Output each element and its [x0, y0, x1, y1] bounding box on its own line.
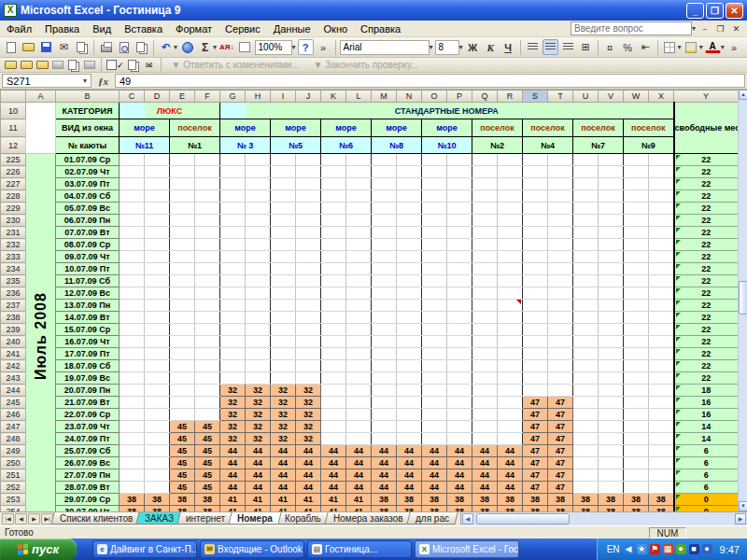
grid-cell[interactable] [220, 300, 246, 312]
column-header-D[interactable]: D [145, 91, 170, 103]
grid-cell[interactable] [573, 385, 599, 397]
percent-style-icon[interactable]: % [620, 39, 636, 55]
booking-cell[interactable]: 38 [145, 494, 170, 506]
column-header-L[interactable]: L [346, 91, 372, 103]
grid-cell[interactable] [422, 300, 447, 312]
minimize-button[interactable]: _ [686, 3, 704, 19]
grid-cell[interactable] [321, 409, 346, 421]
grid-cell[interactable] [599, 263, 624, 275]
grid-cell[interactable] [246, 178, 271, 190]
grid-cell[interactable] [447, 312, 472, 324]
grid-cell[interactable] [397, 190, 422, 203]
grid-cell[interactable] [649, 190, 674, 203]
grid-cell[interactable] [498, 312, 523, 324]
date-cell-228[interactable]: 04.07.09 Сб [56, 190, 120, 203]
free-places-cell[interactable]: 6 [674, 469, 739, 482]
booking-cell[interactable]: 32 [271, 433, 296, 445]
grid-cell[interactable] [649, 178, 674, 190]
grid-cell[interactable] [397, 324, 422, 336]
grid-cell[interactable] [195, 215, 220, 227]
booking-cell[interactable]: 47 [523, 445, 548, 457]
booking-cell[interactable]: 45 [195, 482, 220, 494]
grid-cell[interactable] [599, 324, 624, 336]
booking-cell[interactable]: 45 [170, 445, 195, 457]
grid-cell[interactable] [422, 239, 447, 251]
grid-cell[interactable] [220, 336, 246, 348]
grid-cell[interactable] [372, 312, 397, 324]
booking-cell[interactable]: 44 [397, 445, 422, 457]
grid-cell[interactable] [573, 251, 599, 263]
grid-cell[interactable] [246, 166, 271, 178]
booking-cell[interactable]: 44 [246, 445, 271, 457]
date-cell-235[interactable]: 11.07.09 Сб [56, 275, 120, 287]
date-cell-237[interactable]: 13.07.09 Пн [56, 300, 120, 312]
grid-cell[interactable] [120, 154, 145, 166]
booking-cell[interactable]: 38 [397, 494, 422, 506]
grid-cell[interactable] [599, 457, 624, 469]
booking-cell[interactable]: 38 [498, 494, 523, 506]
free-places-cell[interactable]: 22 [674, 178, 739, 190]
grid-cell[interactable] [599, 397, 624, 409]
row-header-231[interactable]: 231 [1, 227, 26, 239]
booking-cell[interactable]: 44 [220, 445, 246, 457]
column-header-J[interactable]: J [296, 91, 321, 103]
grid-cell[interactable] [220, 239, 246, 251]
grid-cell[interactable] [649, 457, 674, 469]
grid-cell[interactable] [220, 190, 246, 203]
grid-cell[interactable] [170, 154, 195, 166]
grid-cell[interactable] [599, 409, 624, 421]
grid-cell[interactable] [372, 433, 397, 445]
grid-cell[interactable] [220, 287, 246, 300]
grid-cell[interactable] [145, 312, 170, 324]
messenger-ball-icon[interactable]: ● [676, 544, 686, 554]
grid-cell[interactable] [447, 433, 472, 445]
grid-cell[interactable] [296, 203, 321, 215]
free-places-cell[interactable]: 18 [674, 385, 739, 397]
grid-cell[interactable] [296, 190, 321, 203]
blue-app-icon[interactable]: ■ [689, 544, 699, 554]
grid-cell[interactable] [447, 348, 472, 360]
grid-cell[interactable] [523, 360, 548, 372]
grid-cell[interactable] [372, 166, 397, 178]
grid-cell[interactable] [447, 239, 472, 251]
booking-cell[interactable]: 38 [624, 494, 649, 506]
row-header-253[interactable]: 253 [1, 494, 26, 506]
grid-cell[interactable] [195, 178, 220, 190]
grid-cell[interactable] [472, 372, 498, 385]
booking-cell[interactable]: 44 [321, 469, 346, 482]
booking-cell[interactable]: 41 [246, 494, 271, 506]
sort-ascending-icon[interactable]: АЯ↓ [218, 39, 235, 55]
booking-cell[interactable]: 44 [346, 457, 372, 469]
grid-cell[interactable] [246, 239, 271, 251]
red-flag-icon[interactable]: ⚑ [650, 544, 660, 554]
free-places-cell[interactable]: 22 [674, 166, 739, 178]
sheet-tab-Номера заказов[interactable]: Номера заказов [325, 512, 413, 525]
row-header-230[interactable]: 230 [1, 215, 26, 227]
column-header-C[interactable]: C [120, 91, 145, 103]
column-header-G[interactable]: G [220, 91, 246, 103]
booking-cell[interactable]: 32 [220, 421, 246, 433]
grid-cell[interactable] [195, 239, 220, 251]
grid-cell[interactable] [523, 166, 548, 178]
grid-cell[interactable] [145, 251, 170, 263]
grid-cell[interactable] [372, 227, 397, 239]
grid-cell[interactable] [422, 263, 447, 275]
save-icon[interactable] [38, 39, 54, 55]
grid-cell[interactable] [649, 300, 674, 312]
grid-cell[interactable] [624, 203, 649, 215]
booking-cell[interactable]: 47 [523, 433, 548, 445]
grid-cell[interactable] [422, 336, 447, 348]
row-header-243[interactable]: 243 [1, 372, 26, 385]
grid-cell[interactable] [120, 336, 145, 348]
grid-cell[interactable] [321, 215, 346, 227]
grid-cell[interactable] [447, 372, 472, 385]
restore-button[interactable]: ❐ [706, 3, 724, 19]
grid-cell[interactable] [472, 385, 498, 397]
grid-cell[interactable] [523, 239, 548, 251]
grid-cell[interactable] [447, 178, 472, 190]
booking-cell[interactable]: 47 [523, 409, 548, 421]
grid-cell[interactable] [145, 336, 170, 348]
grid-cell[interactable] [498, 203, 523, 215]
merge-center-icon[interactable]: ⊞ [578, 39, 594, 55]
grid-cell[interactable] [321, 397, 346, 409]
